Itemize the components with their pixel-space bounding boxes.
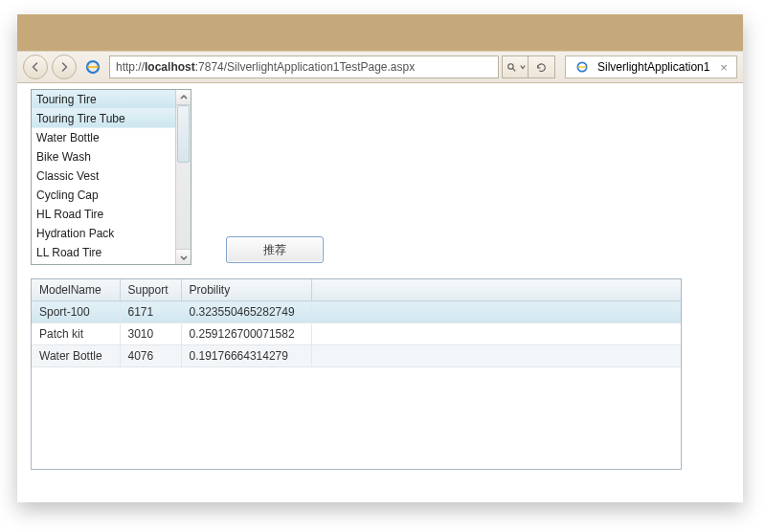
search-icon [506, 61, 518, 74]
svg-point-1 [507, 63, 512, 68]
grid-header-row: ModelName Support Probility [32, 279, 681, 301]
list-item[interactable]: Water Bottle [32, 128, 175, 147]
listbox-items: Touring Tire Touring Tire Tube Water Bot… [32, 90, 175, 264]
refresh-button[interactable] [529, 55, 555, 78]
list-item[interactable]: Touring Tire Tube [32, 109, 175, 128]
cell-support: 4076 [120, 345, 181, 367]
search-button[interactable] [502, 55, 529, 78]
scroll-down-button[interactable] [176, 249, 191, 264]
list-item[interactable]: HL Road Tire [32, 205, 175, 224]
browser-navbar: http://localhost:7874/SilverlightApplica… [17, 51, 743, 83]
scroll-up-button[interactable] [176, 90, 191, 105]
column-header-modelname[interactable]: ModelName [32, 279, 120, 301]
list-item[interactable]: Hydration Pack [32, 224, 175, 243]
chevron-down-icon [520, 64, 526, 70]
url-rest: :7874/SilverlightApplication1TestPage.as… [195, 60, 415, 74]
results-grid[interactable]: ModelName Support Probility Sport-100 61… [31, 278, 682, 470]
cell-filler [311, 301, 681, 323]
list-item[interactable]: LL Road Tire [32, 243, 175, 262]
scroll-thumb[interactable] [177, 105, 190, 163]
ie-icon [575, 60, 589, 74]
refresh-icon [535, 61, 548, 74]
tab-title: SilverlightApplication1 [597, 60, 709, 74]
cell-modelname: Sport-100 [32, 301, 120, 323]
page-content: Touring Tire Touring Tire Tube Water Bot… [17, 83, 743, 502]
cell-probility: 0.259126700071582 [181, 323, 311, 345]
cell-probility: 0.19176664314279 [181, 345, 311, 367]
forward-button[interactable] [52, 55, 77, 79]
listbox-scrollbar[interactable] [175, 90, 191, 264]
tab-close-button[interactable]: × [717, 60, 731, 74]
chevron-up-icon [180, 94, 188, 101]
cell-support: 6171 [120, 301, 181, 323]
svg-line-2 [512, 68, 515, 71]
cell-modelname: Patch kit [32, 323, 120, 345]
chevron-down-icon [180, 254, 188, 261]
list-item[interactable]: Cycling Cap [32, 186, 175, 205]
cell-probility: 0.323550465282749 [181, 301, 311, 323]
cell-modelname: Water Bottle [32, 345, 120, 367]
recommend-button[interactable]: 推荐 [226, 236, 324, 263]
list-item[interactable]: Classic Vest [32, 166, 175, 186]
ie-icon [84, 58, 101, 76]
list-item[interactable]: Bike Wash [32, 147, 175, 166]
table-row[interactable]: Sport-100 6171 0.323550465282749 [32, 301, 681, 323]
url-prefix: http:// [116, 60, 145, 74]
address-bar[interactable]: http://localhost:7874/SilverlightApplica… [109, 55, 499, 78]
arrow-right-icon [58, 61, 70, 73]
cell-filler [311, 323, 681, 345]
browser-tab[interactable]: SilverlightApplication1 × [565, 55, 737, 78]
cell-support: 3010 [120, 323, 181, 345]
column-header-filler [311, 279, 681, 301]
url-host: localhost [145, 60, 195, 74]
back-button[interactable] [23, 55, 48, 79]
list-item[interactable]: Touring Tire [32, 90, 175, 109]
column-header-support[interactable]: Support [120, 279, 181, 301]
cell-filler [311, 345, 681, 367]
arrow-left-icon [30, 61, 41, 73]
column-header-probility[interactable]: Probility [181, 279, 311, 301]
close-icon: × [720, 60, 728, 75]
table-row[interactable]: Water Bottle 4076 0.19176664314279 [32, 345, 681, 367]
product-listbox[interactable]: Touring Tire Touring Tire Tube Water Bot… [31, 89, 191, 265]
window-titlebar [17, 14, 743, 51]
table-row[interactable]: Patch kit 3010 0.259126700071582 [32, 323, 681, 345]
